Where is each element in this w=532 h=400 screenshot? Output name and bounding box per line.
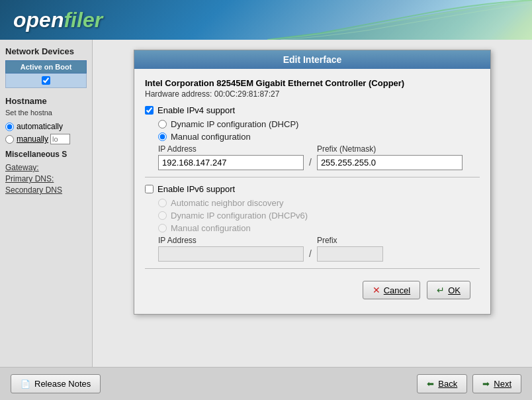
dhcp-radio-row: Dynamic IP configuration (DHCP) bbox=[158, 119, 480, 129]
ok-button[interactable]: ↵ OK bbox=[427, 281, 470, 299]
automatically-radio[interactable] bbox=[5, 123, 14, 131]
table-row bbox=[6, 74, 87, 88]
next-arrow-icon: ➡ bbox=[482, 379, 490, 389]
ip-address-label: IP Address bbox=[158, 144, 304, 154]
ok-label: OK bbox=[448, 285, 461, 295]
release-notes-button[interactable]: 📄 Release Notes bbox=[11, 374, 101, 393]
dhcp-radio[interactable] bbox=[158, 120, 167, 128]
dialog-body: Intel Corporation 82545EM Gigabit Ethern… bbox=[134, 69, 490, 314]
cancel-label: Cancel bbox=[384, 285, 410, 295]
network-devices-table: Active on Boot bbox=[5, 60, 87, 88]
hostname-title: Hostname bbox=[5, 96, 87, 106]
ipv6-section: Enable IPv6 support Automatic neighbor d… bbox=[145, 184, 480, 262]
gateway-label: Gateway: bbox=[5, 163, 87, 172]
auto-discovery-radio bbox=[158, 199, 167, 207]
ip-address-input[interactable] bbox=[158, 155, 304, 170]
enable-ipv4-row: Enable IPv4 support bbox=[145, 105, 480, 115]
hardware-address: Hardware address: 00:0C:29:81:87:27 bbox=[145, 89, 480, 99]
dhcpv6-label: Dynamic IP configuration (DHCPv6) bbox=[171, 211, 308, 221]
sidebar: Network Devices Active on Boot Hostname … bbox=[0, 40, 93, 400]
dhcpv6-radio bbox=[158, 211, 167, 220]
back-arrow-icon: ⬅ bbox=[427, 379, 434, 389]
enable-ipv4-checkbox[interactable] bbox=[145, 106, 154, 115]
active-on-boot-cell bbox=[6, 74, 87, 88]
bottom-right-buttons: ⬅ Back ➡ Next bbox=[417, 374, 521, 393]
prefix-input[interactable] bbox=[317, 155, 463, 170]
manual-radio-row: Manual configuration bbox=[158, 132, 480, 142]
dialog-footer: ✕ Cancel ↵ OK bbox=[145, 275, 480, 305]
prefix-group: Prefix (Netmask) bbox=[317, 144, 463, 170]
divider bbox=[145, 177, 480, 177]
next-button[interactable]: ➡ Next bbox=[472, 374, 521, 393]
enable-ipv6-label: Enable IPv6 support bbox=[157, 184, 235, 194]
enable-ipv4-label: Enable IPv4 support bbox=[157, 105, 235, 115]
header-decoration bbox=[267, 0, 532, 40]
ipv6-ip-label: IP Address bbox=[158, 236, 304, 245]
header: openfiler bbox=[0, 0, 532, 40]
cancel-icon: ✕ bbox=[373, 285, 380, 295]
ipv6-slash-divider: / bbox=[309, 248, 312, 262]
edit-interface-dialog: Edit Interface Intel Corporation 82545EM… bbox=[134, 50, 491, 315]
primary-dns-label: Primary DNS: bbox=[5, 174, 87, 183]
dialog-title: Edit Interface bbox=[134, 50, 490, 69]
manually-label: manually bbox=[17, 134, 48, 144]
device-name: Intel Corporation 82545EM Gigabit Ethern… bbox=[145, 78, 480, 88]
auto-discovery-label: Automatic neighbor discovery bbox=[171, 198, 284, 208]
network-devices-title: Network Devices bbox=[5, 46, 87, 56]
ip-address-group: IP Address bbox=[158, 144, 304, 170]
automatically-label: automatically bbox=[17, 122, 63, 131]
ipv4-section: Enable IPv4 support Dynamic IP configura… bbox=[145, 105, 480, 170]
ipv6-manual-radio bbox=[158, 224, 167, 232]
set-hostname-label: Set the hostna bbox=[5, 109, 87, 117]
ipv6-prefix-input bbox=[317, 246, 383, 262]
back-label: Back bbox=[438, 379, 457, 389]
ipv6-prefix-group: Prefix bbox=[317, 236, 383, 262]
active-on-boot-checkbox[interactable] bbox=[42, 76, 50, 85]
dhcpv6-radio-row: Dynamic IP configuration (DHCPv6) bbox=[158, 211, 480, 221]
dialog-overlay: Edit Interface Intel Corporation 82545EM… bbox=[93, 40, 532, 367]
ipv6-fields-row: IP Address / Prefix bbox=[158, 236, 480, 262]
prefix-label: Prefix (Netmask) bbox=[317, 144, 463, 154]
bottom-bar: 📄 Release Notes ⬅ Back ➡ Next bbox=[0, 367, 532, 400]
enable-ipv6-row: Enable IPv6 support bbox=[145, 184, 480, 194]
ok-icon: ↵ bbox=[437, 285, 445, 295]
ipv6-ip-group: IP Address bbox=[158, 236, 304, 262]
ipv6-manual-radio-row: Manual configuration bbox=[158, 223, 480, 233]
manually-radio-row: manually bbox=[5, 134, 87, 144]
release-notes-label: Release Notes bbox=[34, 379, 91, 389]
dhcp-label: Dynamic IP configuration (DHCP) bbox=[171, 119, 298, 129]
hostname-manual-input[interactable] bbox=[50, 134, 70, 144]
misc-title: Miscellaneous S bbox=[5, 150, 87, 159]
slash-divider: / bbox=[309, 157, 312, 170]
ipv6-prefix-label: Prefix bbox=[317, 236, 383, 245]
main-content: Network Devices Active on Boot Hostname … bbox=[0, 40, 532, 400]
ipv4-fields-row: IP Address / Prefix (Netmask) bbox=[158, 144, 480, 170]
ipv6-ip-input bbox=[158, 246, 304, 262]
next-label: Next bbox=[494, 379, 511, 389]
back-button[interactable]: ⬅ Back bbox=[417, 374, 467, 393]
cancel-button[interactable]: ✕ Cancel bbox=[363, 281, 420, 299]
secondary-dns-label: Secondary DNS bbox=[5, 185, 87, 195]
manual-radio[interactable] bbox=[158, 132, 167, 141]
manual-label: Manual configuration bbox=[171, 132, 251, 142]
table-header-active-on-boot: Active on Boot bbox=[6, 61, 87, 74]
auto-discovery-row: Automatic neighbor discovery bbox=[158, 198, 480, 208]
release-notes-icon: 📄 bbox=[21, 379, 30, 389]
logo: openfiler bbox=[13, 8, 103, 32]
footer-divider bbox=[145, 268, 480, 269]
automatically-radio-row: automatically bbox=[5, 122, 87, 131]
manually-radio[interactable] bbox=[5, 135, 14, 144]
ipv6-manual-label: Manual configuration bbox=[171, 223, 251, 233]
enable-ipv6-checkbox[interactable] bbox=[145, 185, 154, 193]
